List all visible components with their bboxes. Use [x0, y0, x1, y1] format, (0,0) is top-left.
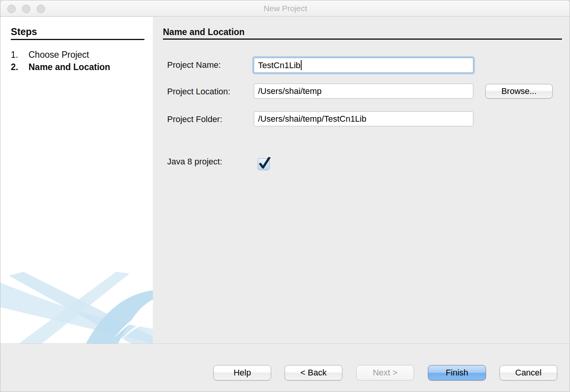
steps-heading: Steps	[11, 26, 37, 37]
checkmark-icon	[258, 157, 272, 170]
project-folder-input[interactable]: /Users/shai/temp/TestCn1Lib	[254, 111, 473, 126]
project-name-label: Project Name:	[167, 60, 221, 70]
project-name-input[interactable]: TestCn1Lib	[254, 58, 473, 73]
project-folder-value: /Users/shai/temp/TestCn1Lib	[258, 114, 366, 124]
step-number: 1.	[11, 49, 28, 61]
step-choose-project: 1. Choose Project	[11, 49, 110, 61]
netbeans-watermark-graphic	[0, 272, 153, 343]
java8-checkbox[interactable]	[258, 157, 270, 170]
next-button: Next >	[356, 365, 414, 380]
browse-button[interactable]: Browse...	[485, 84, 553, 99]
finish-button[interactable]: Finish	[428, 365, 486, 380]
project-location-input[interactable]: /Users/shai/temp	[254, 84, 473, 99]
step-label: Name and Location	[28, 61, 110, 73]
name-location-panel: Name and Location Project Name: TestCn1L…	[153, 17, 570, 343]
text-caret	[301, 60, 302, 70]
java8-label: Java 8 project:	[167, 157, 222, 167]
panel-heading: Name and Location	[163, 27, 245, 37]
project-location-label: Project Location:	[167, 87, 230, 97]
panel-heading-rule	[163, 39, 562, 40]
titlebar: New Project	[0, 0, 570, 17]
steps-sidebar: Steps 1. Choose Project 2. Name and Loca…	[0, 17, 153, 343]
project-location-value: /Users/shai/temp	[258, 86, 322, 96]
window-title: New Project	[0, 0, 570, 17]
button-bar: Help < Back Next > Finish Cancel	[0, 344, 570, 392]
step-name-and-location: 2. Name and Location	[11, 61, 110, 73]
project-name-value: TestCn1Lib	[258, 60, 300, 70]
project-folder-label: Project Folder:	[167, 114, 222, 124]
step-number: 2.	[11, 61, 28, 73]
steps-heading-rule	[11, 39, 144, 40]
cancel-button[interactable]: Cancel	[500, 365, 557, 380]
help-button[interactable]: Help	[213, 365, 271, 380]
step-label: Choose Project	[28, 49, 89, 61]
back-button[interactable]: < Back	[285, 365, 342, 380]
steps-list: 1. Choose Project 2. Name and Location	[11, 49, 110, 73]
new-project-dialog: New Project Steps 1. Choose Project 2. N…	[0, 0, 570, 392]
